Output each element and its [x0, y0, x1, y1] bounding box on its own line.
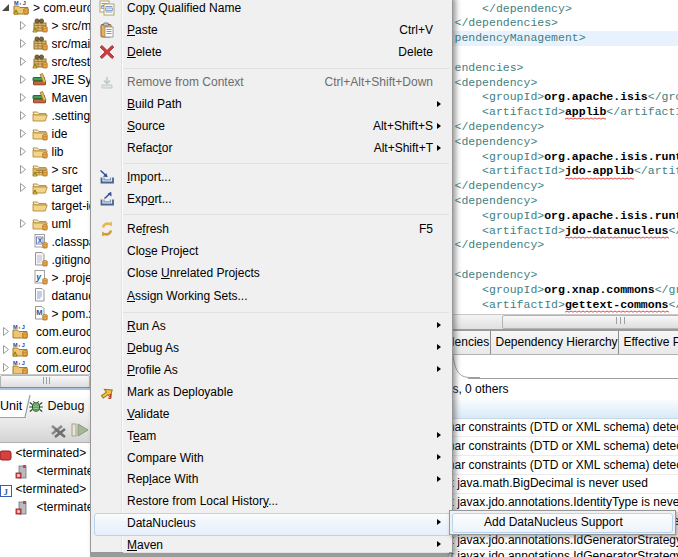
svg-text:M: M	[13, 324, 18, 330]
svg-text:M: M	[13, 360, 18, 366]
svg-text:›: ›	[20, 0, 22, 6]
svg-text:›: ›	[19, 342, 21, 348]
svg-text:X: X	[38, 237, 43, 244]
svg-text:J: J	[22, 342, 25, 348]
svg-text:J: J	[4, 486, 9, 496]
svg-text:M: M	[13, 342, 18, 348]
svg-text:M: M	[36, 308, 42, 317]
svg-text:M: M	[14, 0, 19, 6]
svg-text:›: ›	[19, 324, 21, 330]
svg-text:J: J	[22, 324, 25, 330]
svg-text:J: J	[23, 0, 26, 6]
svg-text:J: J	[108, 393, 112, 400]
svg-text:›: ›	[19, 360, 21, 366]
svg-text:J: J	[22, 360, 25, 366]
